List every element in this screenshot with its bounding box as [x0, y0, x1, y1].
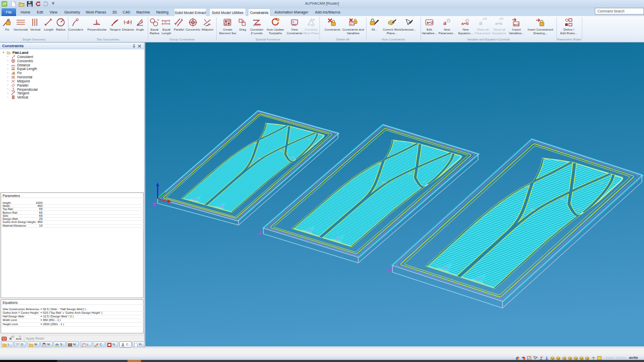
svg-text:a+b: a+b [495, 21, 502, 26]
svg-text:d: d [127, 20, 130, 25]
svg-text:=: = [164, 20, 166, 24]
svg-text:=: = [12, 68, 14, 71]
svg-text:=: = [157, 18, 159, 22]
svg-text:a: a [9, 336, 12, 341]
svg-text:α: α [141, 19, 143, 23]
svg-text:a+2: a+2 [514, 23, 520, 26]
svg-text:a: a [443, 19, 446, 26]
svg-text:a+b: a+b [16, 337, 22, 340]
svg-text:a+2: a+2 [427, 21, 433, 24]
svg-text:a: a [479, 19, 482, 26]
svg-text:d: d [12, 63, 13, 66]
